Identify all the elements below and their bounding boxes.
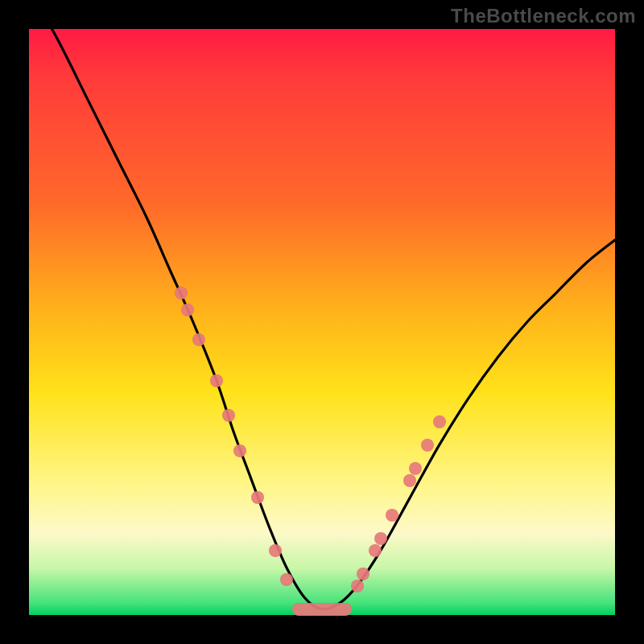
plot-area [29,29,615,615]
data-marker [269,544,282,557]
outer-frame: TheBottleneck.com [0,0,644,644]
data-marker [181,303,194,316]
valley-marker [292,603,352,616]
data-marker [369,544,382,557]
data-marker [192,333,205,346]
watermark-text: TheBottleneck.com [451,5,636,27]
data-marker [351,580,364,592]
data-marker [433,415,446,428]
data-marker [357,568,369,580]
bottleneck-curve [29,29,615,615]
data-marker [421,439,434,452]
data-marker [222,409,235,422]
data-marker [175,287,188,299]
data-marker [403,474,416,487]
data-marker [210,374,223,387]
